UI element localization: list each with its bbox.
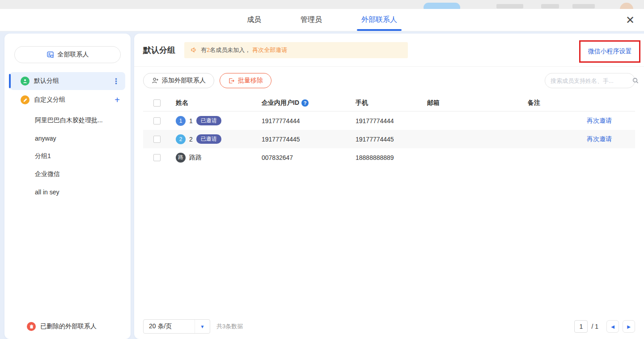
trash-icon xyxy=(27,322,36,331)
action-cell: 再次邀请 xyxy=(564,117,635,125)
table-row: 路路路00783264718888888889 xyxy=(143,148,635,167)
cell-user-id: 19177774445 xyxy=(262,136,356,143)
contact-name: 路路 xyxy=(189,154,202,162)
sidebar-item-deleted-contacts[interactable]: 已删除的外部联系人 xyxy=(4,322,131,331)
close-icon[interactable]: ✕ xyxy=(624,14,636,26)
main-header: 默认分组 有2名成员未加入， 再次全部邀请 微信小程序设置 xyxy=(134,34,644,67)
remove-icon xyxy=(228,77,235,84)
cell-phone: 18888888889 xyxy=(356,154,427,161)
name-cell: 11已邀请 xyxy=(176,116,262,126)
background-avatar xyxy=(620,3,633,9)
annotation-highlight-box: 微信小程序设置 xyxy=(579,40,640,63)
action-cell: 再次邀请 xyxy=(564,135,635,143)
background-ghost-2 xyxy=(541,4,559,9)
sidebar-group-item[interactable]: 企业微信 xyxy=(4,165,131,183)
prev-page-button[interactable]: ◀ xyxy=(606,320,619,333)
contacts-search-icon xyxy=(47,51,54,59)
reinvite-link[interactable]: 再次邀请 xyxy=(587,135,612,142)
select-all-checkbox[interactable] xyxy=(153,99,161,107)
row-checkbox[interactable] xyxy=(153,154,161,161)
search-icon xyxy=(632,77,639,84)
modal-content: 全部联系人 默认分组 ⋮ 自定义分组 + 阿里巴巴白木胶处理批...anyway… xyxy=(0,31,644,339)
pager: / 1 ◀ ▶ xyxy=(574,320,635,333)
name-cell: 路路路 xyxy=(176,153,262,163)
col-name: 姓名 xyxy=(176,99,262,107)
table-body: 11已邀请1917777444419177774444再次邀请22已邀请1917… xyxy=(143,112,635,167)
tab-0[interactable]: 成员 xyxy=(247,9,261,31)
sidebar-group-item[interactable]: anyway xyxy=(4,129,131,147)
page-size-value: 20 条/页 xyxy=(144,322,195,330)
invited-badge: 已邀请 xyxy=(196,116,221,125)
add-group-icon[interactable]: + xyxy=(114,95,120,105)
search-input[interactable] xyxy=(551,77,629,84)
all-contacts-button[interactable]: 全部联系人 xyxy=(14,46,121,63)
add-person-icon xyxy=(152,77,159,84)
batch-remove-button[interactable]: 批量移除 xyxy=(220,73,271,88)
cell-phone: 19177774445 xyxy=(356,136,427,143)
sidebar-group-item[interactable]: 阿里巴巴白木胶处理批... xyxy=(4,112,131,129)
cell-phone: 19177774444 xyxy=(356,117,427,124)
background-ghost-1 xyxy=(496,4,523,9)
col-user-id: 企业内用户ID ? xyxy=(262,99,356,107)
invite-all-link[interactable]: 再次全部邀请 xyxy=(252,46,287,54)
add-button-label: 添加外部联系人 xyxy=(162,77,206,85)
speaker-icon xyxy=(191,47,197,53)
background-page-strip xyxy=(0,0,644,9)
avatar: 1 xyxy=(176,116,186,126)
default-group-label: 默认分组 xyxy=(34,77,59,85)
cell-user-id: 19177774444 xyxy=(262,117,356,124)
sidebar-group-item[interactable]: all in sey xyxy=(4,183,131,201)
contact-name: 1 xyxy=(189,117,193,124)
deleted-contacts-label: 已删除的外部联系人 xyxy=(40,322,97,330)
table-header: 姓名 企业内用户ID ? 手机 邮箱 备注 xyxy=(143,94,635,112)
page-size-select[interactable]: 20 条/页 ▼ xyxy=(143,319,210,334)
total-count-text: 共3条数据 xyxy=(216,322,243,330)
group-person-icon xyxy=(21,77,30,86)
page-title: 默认分组 xyxy=(143,45,175,56)
sidebar-group-item[interactable]: 分组1 xyxy=(4,147,131,165)
contact-name: 2 xyxy=(189,136,193,143)
reinvite-link[interactable]: 再次邀请 xyxy=(587,117,612,124)
custom-group-list: 阿里巴巴白木胶处理批...anyway分组1企业微信all in sey xyxy=(4,112,131,201)
sidebar-item-default-group[interactable]: 默认分组 ⋮ xyxy=(10,72,125,90)
sidebar-item-custom-group[interactable]: 自定义分组 + xyxy=(10,91,125,109)
cell-user-id: 007832647 xyxy=(262,154,356,161)
pagination: 20 条/页 ▼ 共3条数据 / 1 ◀ ▶ xyxy=(143,319,635,334)
col-phone: 手机 xyxy=(356,99,427,107)
all-contacts-label: 全部联系人 xyxy=(58,51,89,59)
tab-2[interactable]: 外部联系人 xyxy=(361,9,397,31)
avatar: 2 xyxy=(176,134,186,144)
mini-program-settings-link[interactable]: 微信小程序设置 xyxy=(588,47,632,56)
remove-button-label: 批量移除 xyxy=(238,77,263,85)
sidebar: 全部联系人 默认分组 ⋮ 自定义分组 + 阿里巴巴白木胶处理批...anyway… xyxy=(4,34,131,339)
background-button xyxy=(424,3,460,9)
more-menu-icon[interactable]: ⋮ xyxy=(112,77,120,86)
add-external-contact-button[interactable]: 添加外部联系人 xyxy=(143,73,214,88)
table-row: 22已邀请1917777444519177774445再次邀请 xyxy=(143,130,635,148)
tab-1[interactable]: 管理员 xyxy=(301,9,322,31)
custom-group-label: 自定义分组 xyxy=(34,96,65,104)
col-email: 邮箱 xyxy=(427,99,528,107)
name-cell: 22已邀请 xyxy=(176,134,262,144)
next-page-button[interactable]: ▶ xyxy=(623,320,635,333)
modal-tab-bar: 成员管理员外部联系人 xyxy=(0,9,644,31)
main-panel: 默认分组 有2名成员未加入， 再次全部邀请 微信小程序设置 添加外部联系人 xyxy=(134,34,644,339)
help-icon[interactable]: ? xyxy=(301,99,309,107)
row-checkbox[interactable] xyxy=(153,117,161,124)
avatar: 路 xyxy=(176,153,186,163)
group-pencil-icon xyxy=(21,95,30,104)
row-checkbox[interactable] xyxy=(153,136,161,143)
col-remark: 备注 xyxy=(528,99,564,107)
background-ghost-3 xyxy=(572,4,595,9)
banner-text: 有2名成员未加入， xyxy=(201,46,250,54)
search-box xyxy=(545,73,635,88)
contacts-table: 姓名 企业内用户ID ? 手机 邮箱 备注 11已邀请1917777444419… xyxy=(143,94,635,167)
toolbar: 添加外部联系人 批量移除 xyxy=(134,67,644,94)
invite-banner: 有2名成员未加入， 再次全部邀请 xyxy=(184,42,408,58)
page-total-label: / 1 xyxy=(591,323,598,330)
invited-badge: 已邀请 xyxy=(196,134,221,144)
table-row: 11已邀请1917777444419177774444再次邀请 xyxy=(143,112,635,130)
page-number-input[interactable] xyxy=(574,320,588,333)
dropdown-arrow-icon: ▼ xyxy=(195,320,210,333)
